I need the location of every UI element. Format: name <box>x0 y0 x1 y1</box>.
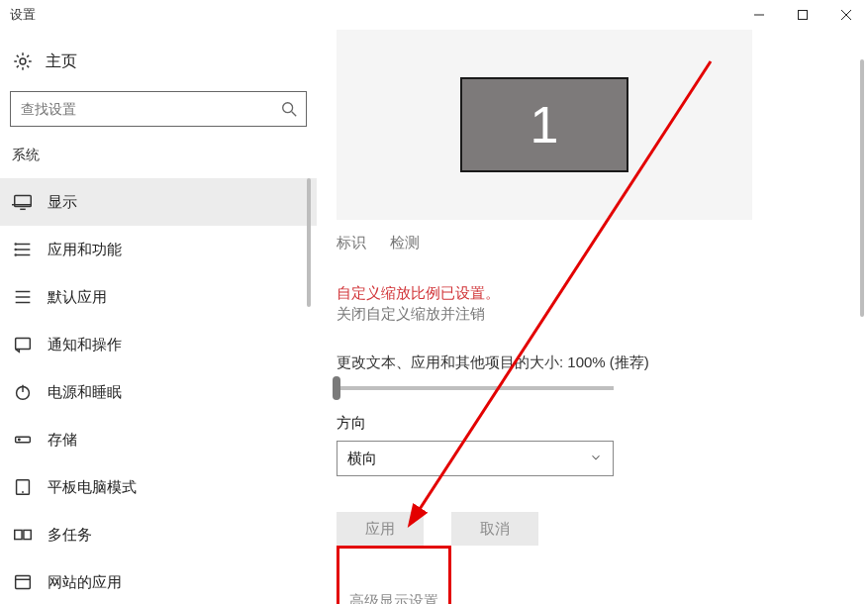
sidebar-scrollbar[interactable] <box>307 178 311 307</box>
chevron-down-icon <box>589 451 603 467</box>
multitask-icon <box>12 524 34 546</box>
sidebar-item-label: 多任务 <box>48 526 92 545</box>
content-scrollbar[interactable] <box>860 59 864 317</box>
sidebar-nav: 显示 应用和功能 默认应用 通知和操作 <box>0 178 317 604</box>
maximize-button[interactable] <box>781 0 824 30</box>
minimize-button[interactable] <box>737 0 781 30</box>
sidebar: 主页 系统 显示 应用和功能 <box>0 30 317 604</box>
home-label: 主页 <box>46 51 77 72</box>
svg-rect-26 <box>15 530 22 539</box>
monitor-icon <box>12 191 34 213</box>
svg-rect-19 <box>16 339 31 350</box>
search-input-wrap[interactable] <box>10 91 307 127</box>
svg-line-6 <box>292 112 297 117</box>
scale-slider[interactable] <box>337 386 614 390</box>
sidebar-section-label: 系统 <box>0 141 317 178</box>
slider-thumb[interactable] <box>333 376 340 400</box>
sidebar-item-label: 存储 <box>48 431 77 450</box>
apps-icon <box>12 239 34 260</box>
apply-button[interactable]: 应用 <box>337 512 424 546</box>
titlebar: 设置 <box>0 0 868 30</box>
sidebar-item-notifications[interactable]: 通知和操作 <box>0 321 317 368</box>
content-display-settings: 1 标识 检测 自定义缩放比例已设置。 关闭自定义缩放并注销 更改文本、应用和其… <box>317 30 868 604</box>
cancel-button[interactable]: 取消 <box>451 512 538 546</box>
storage-icon <box>12 429 34 451</box>
sidebar-item-multitask[interactable]: 多任务 <box>0 511 317 558</box>
sidebar-item-default-apps[interactable]: 默认应用 <box>0 273 317 321</box>
svg-point-4 <box>20 58 26 64</box>
annotation-box: 高级显示设置 <box>337 546 451 604</box>
search-input[interactable] <box>19 100 280 118</box>
orientation-value: 横向 <box>347 450 377 468</box>
scaling-signout-link[interactable]: 关闭自定义缩放并注销 <box>337 305 848 324</box>
sidebar-item-webapps[interactable]: 网站的应用 <box>0 558 317 604</box>
svg-point-14 <box>15 250 16 251</box>
detect-link[interactable]: 检测 <box>390 234 420 252</box>
identify-link[interactable]: 标识 <box>337 234 366 252</box>
svg-rect-27 <box>24 530 31 539</box>
advanced-display-link[interactable]: 高级显示设置 <box>339 586 448 604</box>
window-title: 设置 <box>10 6 36 24</box>
svg-rect-1 <box>799 11 808 20</box>
notification-icon <box>12 334 34 355</box>
sidebar-item-label: 通知和操作 <box>48 336 122 354</box>
sidebar-item-power[interactable]: 电源和睡眠 <box>0 368 317 416</box>
sidebar-item-label: 平板电脑模式 <box>48 478 137 497</box>
tablet-icon <box>12 476 34 498</box>
sidebar-item-storage[interactable]: 存储 <box>0 416 317 463</box>
monitor-tile-1[interactable]: 1 <box>460 77 628 172</box>
scaling-warning: 自定义缩放比例已设置。 <box>337 284 848 303</box>
gear-icon <box>12 50 34 72</box>
display-preview[interactable]: 1 <box>337 30 752 220</box>
power-icon <box>12 381 34 403</box>
scale-label: 更改文本、应用和其他项目的大小: 100% (推荐) <box>337 353 848 372</box>
sidebar-item-tablet[interactable]: 平板电脑模式 <box>0 463 317 511</box>
svg-point-13 <box>15 244 16 245</box>
svg-point-23 <box>19 439 20 440</box>
sidebar-item-display[interactable]: 显示 <box>0 178 317 226</box>
sidebar-item-home[interactable]: 主页 <box>0 40 317 83</box>
svg-point-5 <box>283 103 293 113</box>
sidebar-item-label: 电源和睡眠 <box>48 383 122 402</box>
orientation-label: 方向 <box>337 414 848 433</box>
svg-rect-28 <box>16 576 31 589</box>
orientation-dropdown[interactable]: 横向 <box>337 441 614 476</box>
sidebar-item-label: 默认应用 <box>48 288 107 307</box>
search-icon <box>280 100 298 118</box>
sidebar-item-label: 网站的应用 <box>48 573 122 592</box>
sidebar-item-label: 应用和功能 <box>48 241 122 259</box>
svg-point-15 <box>15 254 16 255</box>
monitor-number: 1 <box>530 95 559 154</box>
sidebar-item-label: 显示 <box>48 193 77 212</box>
webapps-icon <box>12 571 34 593</box>
sidebar-item-apps[interactable]: 应用和功能 <box>0 226 317 273</box>
close-button[interactable] <box>824 0 868 30</box>
default-apps-icon <box>12 286 34 308</box>
